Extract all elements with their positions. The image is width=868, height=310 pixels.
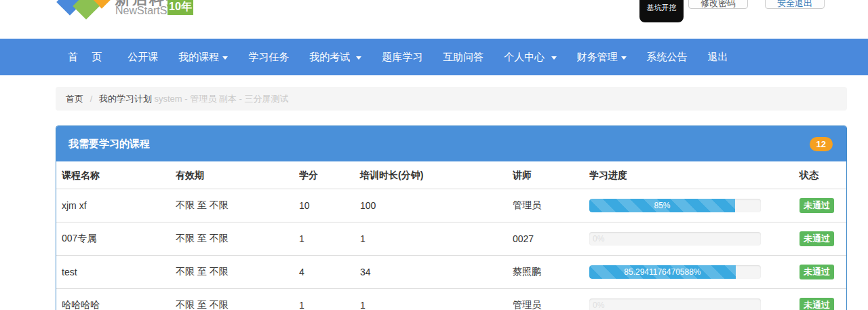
progress-label: 85.2941176470588% bbox=[624, 267, 701, 277]
courses-table: 课程名称 有效期 学分 培训时长(分钟) 讲师 学习进度 状态 xjm xf 不… bbox=[56, 161, 846, 310]
col-header-progress: 学习进度 bbox=[584, 161, 794, 189]
chevron-down-icon bbox=[356, 56, 361, 60]
cell-credit: 4 bbox=[294, 256, 355, 289]
cell-teacher: 管理员 bbox=[507, 289, 584, 310]
status-badge: 未通过 bbox=[800, 298, 834, 310]
cell-teacher: 蔡照鹏 bbox=[507, 256, 584, 289]
nav-item-question-bank[interactable]: 题库学习 bbox=[372, 39, 433, 75]
breadcrumb-separator: / bbox=[90, 94, 93, 104]
current-course-tag: 基坑开挖 bbox=[639, 0, 684, 22]
cell-status: 未通过 bbox=[794, 222, 846, 256]
table-row: test 不限 至 不限 4 34 蔡照鹏 85.2941176470588% … bbox=[56, 256, 846, 289]
cell-credit: 1 bbox=[294, 289, 355, 310]
cell-teacher: 管理员 bbox=[507, 189, 584, 222]
nav-item-system-notice[interactable]: 系统公告 bbox=[637, 39, 698, 75]
brand-logo: 新启科技 NewStartSoft 10年 bbox=[54, 0, 203, 39]
progress-track: 0% bbox=[589, 232, 761, 246]
chevron-down-icon bbox=[222, 56, 228, 60]
nav-item-open-courses[interactable]: 公开课 bbox=[117, 39, 168, 75]
cell-credit: 1 bbox=[294, 222, 355, 256]
status-badge: 未通过 bbox=[800, 231, 834, 246]
cell-teacher: 0027 bbox=[507, 222, 584, 256]
cell-validity: 不限 至 不限 bbox=[170, 256, 294, 289]
col-header-duration: 培训时长(分钟) bbox=[355, 161, 507, 189]
panel-title: 我需要学习的课程 bbox=[68, 138, 150, 151]
col-header-course-name: 课程名称 bbox=[56, 161, 170, 189]
progress-track: 85% bbox=[589, 199, 761, 212]
cell-progress: 85% bbox=[584, 189, 794, 222]
cell-validity: 不限 至 不限 bbox=[170, 189, 294, 222]
cell-duration: 34 bbox=[355, 256, 507, 289]
chevron-down-icon bbox=[621, 56, 627, 60]
safe-logout-button[interactable]: 安全退出 bbox=[765, 0, 825, 9]
cell-progress: 0% bbox=[584, 222, 794, 256]
progress-empty-label: 0% bbox=[593, 232, 604, 246]
col-header-validity: 有效期 bbox=[170, 161, 294, 189]
progress-track: 0% bbox=[589, 298, 761, 310]
nav-item-home[interactable]: 首 页 bbox=[58, 39, 117, 75]
cell-status: 未通过 bbox=[794, 189, 846, 222]
brand-anniversary-badge: 10年 bbox=[167, 0, 193, 15]
cell-duration: 100 bbox=[355, 189, 507, 222]
logo-diamond-green-icon bbox=[73, 0, 100, 20]
nav-item-my-courses[interactable]: 我的课程 bbox=[168, 39, 238, 75]
nav-item-personal-center[interactable]: 个人中心 bbox=[494, 39, 566, 75]
breadcrumb-detail: system - 管理员 副本 - 三分屏测试 bbox=[155, 94, 289, 104]
cell-course-name: 哈哈哈哈 bbox=[56, 289, 170, 310]
cell-progress: 85.2941176470588% bbox=[584, 256, 794, 289]
chevron-down-icon bbox=[551, 56, 557, 60]
progress-track: 85.2941176470588% bbox=[589, 265, 761, 279]
status-badge: 未通过 bbox=[800, 265, 834, 279]
cell-status: 未通过 bbox=[794, 256, 846, 289]
cell-status: 未通过 bbox=[794, 289, 846, 310]
course-count-badge: 12 bbox=[810, 137, 833, 151]
progress-empty-label: 0% bbox=[593, 298, 604, 310]
col-header-teacher: 讲师 bbox=[507, 161, 584, 189]
nav-item-exit[interactable]: 退出 bbox=[698, 39, 738, 75]
cell-validity: 不限 至 不限 bbox=[170, 289, 294, 310]
progress-bar: 85.2941176470588% bbox=[589, 265, 736, 279]
courses-panel: 我需要学习的课程 12 课程名称 有效期 学分 培训时长(分钟) 讲师 学习进度… bbox=[56, 125, 847, 310]
course-table-body: xjm xf 不限 至 不限 10 100 管理员 85% 未通过 007专属 … bbox=[56, 189, 846, 310]
cell-duration: 1 bbox=[355, 222, 507, 256]
table-header-row: 课程名称 有效期 学分 培训时长(分钟) 讲师 学习进度 状态 bbox=[56, 161, 846, 189]
cell-duration: 1 bbox=[355, 289, 507, 310]
table-row: 007专属 不限 至 不限 1 1 0027 0% 未通过 bbox=[56, 222, 846, 256]
col-header-status: 状态 bbox=[794, 161, 846, 189]
nav-item-qa[interactable]: 互助问答 bbox=[433, 39, 494, 75]
status-badge: 未通过 bbox=[800, 198, 834, 213]
breadcrumb-home-link[interactable]: 首页 bbox=[66, 94, 83, 104]
cell-validity: 不限 至 不限 bbox=[170, 222, 294, 256]
progress-label: 85% bbox=[654, 201, 671, 210]
nav-item-my-exams[interactable]: 我的考试 bbox=[299, 39, 372, 75]
cell-course-name: 007专属 bbox=[56, 222, 170, 256]
cell-course-name: test bbox=[56, 256, 170, 289]
main-navbar: 首 页 公开课 我的课程 学习任务 我的考试 题库学习 互助问答 个人中心 财务… bbox=[0, 39, 868, 75]
cell-progress: 0% bbox=[584, 289, 794, 310]
table-row: xjm xf 不限 至 不限 10 100 管理员 85% 未通过 bbox=[56, 189, 846, 222]
change-password-button[interactable]: 修改密码 bbox=[688, 0, 748, 9]
top-header: 新启科技 NewStartSoft 10年 基坑开挖 修改密码 安全退出 bbox=[0, 0, 868, 39]
panel-heading: 我需要学习的课程 12 bbox=[56, 126, 846, 161]
breadcrumb: 首页 / 我的学习计划 system - 管理员 副本 - 三分屏测试 bbox=[56, 87, 847, 111]
col-header-credit: 学分 bbox=[294, 161, 355, 189]
cell-course-name: xjm xf bbox=[56, 189, 170, 222]
nav-item-study-tasks[interactable]: 学习任务 bbox=[238, 39, 299, 75]
progress-bar: 85% bbox=[589, 199, 735, 212]
table-row: 哈哈哈哈 不限 至 不限 1 1 管理员 0% 未通过 bbox=[56, 289, 846, 310]
nav-item-finance[interactable]: 财务管理 bbox=[567, 39, 637, 75]
breadcrumb-current: 我的学习计划 bbox=[99, 94, 152, 104]
cell-credit: 10 bbox=[294, 189, 355, 222]
